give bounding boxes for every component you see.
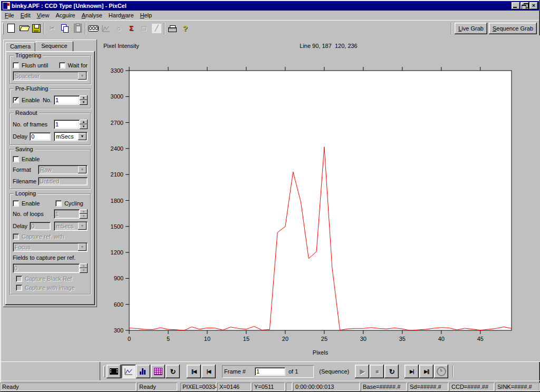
- film-frame-icon: [110, 368, 118, 375]
- loop-delay-field: 0: [30, 222, 51, 230]
- spinner-arrows: ▲▼: [80, 209, 88, 219]
- next-frame-button[interactable]: ▶|: [404, 365, 419, 378]
- toolbar-grip[interactable]: [103, 366, 105, 377]
- image-view-button[interactable]: [107, 365, 121, 378]
- line-tool-icon: ╱: [152, 24, 161, 33]
- sequence-grab-button[interactable]: Sequence Grab: [489, 23, 537, 34]
- flush-until-checkbox[interactable]: [13, 62, 19, 68]
- readout-units-combobox[interactable]: mSecs ▼: [54, 132, 88, 141]
- chevron-down-icon[interactable]: ▼: [78, 133, 86, 140]
- tab-sequence[interactable]: Sequence: [35, 41, 73, 51]
- open-button[interactable]: [17, 22, 30, 35]
- menu-edit[interactable]: Edit: [17, 11, 34, 19]
- bar-graph-view-button[interactable]: [136, 365, 150, 378]
- x-tick-label: 5: [167, 336, 170, 342]
- cycling-label: Cycling: [64, 200, 83, 207]
- play-icon: ▶: [360, 368, 364, 375]
- looping-enable-checkbox[interactable]: [13, 200, 19, 207]
- wait-for-label: Wait for: [68, 62, 88, 68]
- spinner-arrows[interactable]: ▲▼: [80, 95, 88, 105]
- menu-file[interactable]: File: [2, 11, 17, 19]
- cycle-icon: ↻: [170, 368, 176, 376]
- preflush-count-value[interactable]: 1: [54, 95, 80, 105]
- loop-icon: ↻: [389, 368, 394, 376]
- loops-stepper: 1 ▲▼: [54, 209, 88, 219]
- looping-group: Looping Enable Cycling No. of loops 1 ▲▼: [9, 193, 91, 295]
- close-button[interactable]: ×: [529, 2, 538, 9]
- previous-frame-button[interactable]: |◀: [201, 365, 216, 378]
- save-button[interactable]: [30, 22, 43, 35]
- status-base: Base=#####.#: [361, 383, 407, 391]
- filename-field: Untitled: [38, 177, 88, 185]
- saving-enable-checkbox[interactable]: [13, 156, 19, 162]
- preflush-enable-checkbox[interactable]: [13, 97, 19, 103]
- filename-label: Filename: [13, 178, 38, 184]
- next-frame-icon: ▶|: [410, 369, 413, 374]
- chevron-down-icon: ▼: [78, 166, 86, 173]
- y-tick-label: 2400: [111, 145, 123, 152]
- menu-acquire[interactable]: Acquire: [52, 11, 78, 19]
- preflush-count-stepper[interactable]: 1 ▲▼: [54, 95, 88, 105]
- loop-button[interactable]: ↻: [384, 365, 399, 378]
- controlbar-left-pane: [0, 362, 100, 381]
- grid-table-icon: [154, 368, 162, 375]
- restore-button[interactable]: [520, 2, 529, 9]
- chevron-down-icon: ▼: [78, 243, 86, 251]
- print-button[interactable]: [166, 22, 179, 35]
- window-title: binky.APF : CCD Type [Unknown] - PixCel: [12, 3, 511, 9]
- group-title: Pre-Flushing: [14, 85, 50, 92]
- table-view-button[interactable]: [151, 365, 165, 378]
- left-dock: Camera Sequence Triggering Flush until W…: [0, 35, 100, 361]
- minimize-button[interactable]: [512, 2, 520, 9]
- copy-button[interactable]: [59, 22, 71, 35]
- cycling-checkbox[interactable]: [55, 200, 62, 207]
- ccd-readout-button[interactable]: [87, 22, 100, 35]
- wait-for-checkbox[interactable]: [59, 62, 65, 68]
- tab-camera[interactable]: Camera: [5, 42, 35, 51]
- trigger-source-combobox: Spacebar ▼: [13, 71, 88, 81]
- preflush-no-label: No.: [43, 97, 52, 103]
- frames-label: No. of frames: [13, 121, 54, 128]
- sum-button[interactable]: Σ: [125, 22, 138, 35]
- menu-analyse[interactable]: Analyse: [79, 11, 105, 19]
- status-ccd: CCD=####.##: [449, 383, 494, 391]
- cycle-view-button[interactable]: ↻: [166, 365, 180, 378]
- preflushing-group: Pre-Flushing Enable No. 1 ▲▼: [9, 89, 91, 109]
- previous-frame-icon: |◀: [207, 369, 210, 374]
- help-button[interactable]: ?: [179, 22, 191, 35]
- frames-stepper[interactable]: 1 ▲▼: [54, 120, 88, 129]
- saving-enable-label: Enable: [22, 156, 40, 162]
- status-pixel: PIXEL=00334: [180, 383, 216, 391]
- y-tick-label: 2700: [111, 120, 123, 126]
- last-frame-button[interactable]: ▶||: [419, 365, 433, 378]
- y-tick-label: 3300: [111, 67, 123, 74]
- capture-with-image-label: Capture with image: [25, 285, 75, 291]
- live-grab-button[interactable]: Live Grab: [455, 23, 487, 34]
- readout-units-value: mSecs: [54, 132, 77, 141]
- spin-down-icon: ▼: [80, 214, 88, 219]
- line-graph-view-button[interactable]: [121, 365, 136, 378]
- new-button[interactable]: [5, 22, 17, 35]
- x-tick-label: 40: [438, 336, 445, 342]
- format-label: Format: [13, 166, 38, 173]
- frame-number-field[interactable]: 1: [255, 367, 285, 376]
- capture-ref-checkbox: [13, 233, 19, 240]
- capture-ref-combobox: Focus ▼: [13, 242, 88, 252]
- frame-of-label: of 1: [288, 368, 298, 375]
- toolbar-grip[interactable]: [2, 23, 4, 34]
- toolbar-separator: [44, 23, 45, 34]
- fields-label: Fields to capture per ref.: [13, 254, 75, 261]
- frames-value[interactable]: 1: [54, 120, 80, 129]
- loops-label: No. of loops: [13, 211, 54, 217]
- menu-view[interactable]: View: [34, 11, 53, 19]
- y-tick-label: 2100: [111, 171, 123, 178]
- line-tool-button: ╱: [150, 22, 163, 35]
- readout-delay-field[interactable]: 0: [30, 132, 51, 141]
- menu-hardware[interactable]: Hardware: [105, 11, 137, 19]
- triggering-group: Triggering Flush until Wait for Spacebar…: [9, 55, 91, 84]
- first-frame-button[interactable]: ||◀: [187, 365, 201, 378]
- menu-help[interactable]: Help: [137, 11, 156, 19]
- spinner-arrows[interactable]: ▲▼: [80, 120, 88, 129]
- printer-icon: [168, 25, 177, 32]
- capture-black-ref-checkbox: [16, 276, 22, 282]
